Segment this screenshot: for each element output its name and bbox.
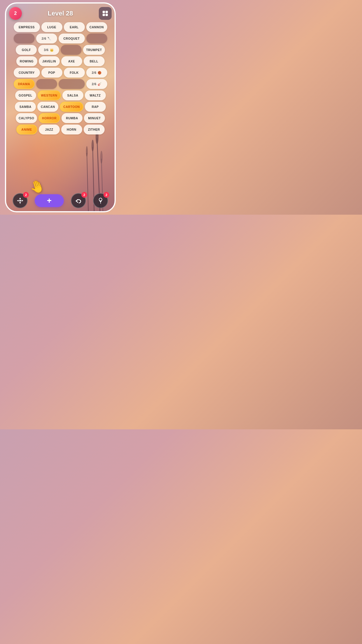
chip-jazz[interactable]: JAZZ [39, 125, 60, 134]
chip-counter-guitar[interactable]: 2/6 🎸 [86, 79, 107, 89]
move-icon [16, 197, 24, 204]
word-row-3: ROWING JAVELIN AXE BELL [9, 56, 112, 66]
add-button[interactable]: + [35, 194, 64, 207]
svg-marker-13 [19, 202, 21, 204]
chip-dark-2 [86, 34, 107, 43]
svg-rect-9 [106, 11, 108, 13]
chip-counter-crown[interactable]: 3/6 👑 [38, 45, 59, 55]
chip-dark-3 [61, 45, 82, 55]
chip-country[interactable]: COUNTRY [14, 68, 40, 78]
word-row-0: EMPRESS LUGE EARL CANNON [9, 22, 112, 32]
undo-badge: 2 [81, 192, 87, 198]
chip-counter-knife[interactable]: 2/6 🔪 [36, 34, 57, 43]
phone-frame: 2 Level 28 EMPRESS LUGE EARL [5, 2, 116, 212]
hint-badge: 2 [103, 192, 109, 198]
chip-horn[interactable]: HORN [61, 125, 82, 134]
word-grid: EMPRESS LUGE EARL CANNON 2/6 🔪 CROQUET [9, 22, 112, 191]
chip-luge[interactable]: LUGE [41, 22, 62, 32]
chip-trumpet[interactable]: TRUMPET [83, 45, 105, 55]
hint-icon [97, 197, 104, 204]
word-row-6: GOSPEL WESTERN SALSA WALTZ [9, 90, 112, 100]
bottom-bar: 2 + 2 2 [9, 193, 112, 208]
chip-salsa[interactable]: SALSA [62, 90, 83, 100]
svg-rect-11 [106, 14, 108, 16]
chip-calypso[interactable]: CALYPSO [16, 113, 37, 123]
svg-point-19 [100, 203, 101, 204]
chip-empress[interactable]: EMPRESS [14, 22, 40, 32]
undo-button[interactable]: 2 [71, 193, 86, 208]
chip-dark-4 [36, 79, 57, 89]
word-row-2: GOLF 3/6 👑 TRUMPET [9, 45, 112, 55]
word-row-5: DRAMA 2/6 🎸 [9, 79, 112, 89]
svg-point-16 [19, 200, 21, 202]
chip-golf[interactable]: GOLF [16, 45, 37, 55]
chip-cannon[interactable]: CANNON [86, 22, 107, 32]
undo-icon [75, 197, 82, 204]
chip-rap[interactable]: RAP [85, 102, 106, 112]
chip-drama[interactable]: DRAMA [14, 79, 35, 89]
chip-waltz[interactable]: WALTZ [85, 90, 106, 100]
word-row-4: COUNTRY POP FOLK 2/6 🏀 [9, 68, 112, 78]
chip-minuet[interactable]: MINUET [84, 113, 105, 123]
word-row-9: ANIME JAZZ HORN ZITHER [9, 125, 112, 134]
chip-folk[interactable]: FOLK [64, 68, 85, 78]
chip-horror[interactable]: HORROR [38, 113, 60, 123]
chip-anime[interactable]: ANIME [16, 125, 37, 134]
svg-rect-10 [103, 14, 105, 16]
word-row-7: SAMBA CANCAN CARTOON RAP [9, 102, 112, 112]
header: 2 Level 28 [9, 7, 112, 20]
chip-counter-basketball[interactable]: 2/6 🏀 [86, 68, 107, 78]
chip-zither[interactable]: ZITHER [84, 125, 105, 134]
chip-gospel[interactable]: GOSPEL [15, 90, 36, 100]
chip-cancan[interactable]: CANCAN [37, 102, 58, 112]
word-row-8: CALYPSO HORROR RUMBA MINUET [9, 113, 112, 123]
lives-count: 2 [14, 11, 17, 16]
chip-western[interactable]: WESTERN [38, 90, 61, 100]
move-button[interactable]: 2 [13, 193, 28, 208]
chip-cartoon[interactable]: CARTOON [60, 102, 83, 112]
lives-badge: 2 [9, 7, 22, 20]
svg-marker-15 [22, 200, 23, 202]
svg-marker-12 [19, 197, 21, 199]
svg-marker-14 [17, 200, 19, 202]
hint-button[interactable]: 2 [93, 193, 108, 208]
chip-rowing[interactable]: ROWING [16, 56, 37, 66]
chip-samba[interactable]: SAMBA [15, 102, 36, 112]
chip-earl[interactable]: EARL [64, 22, 85, 32]
grid-icon [102, 10, 108, 17]
word-row-1: 2/6 🔪 CROQUET [9, 34, 112, 43]
grid-button[interactable] [99, 7, 112, 20]
level-title: Level 28 [48, 10, 73, 17]
move-badge: 2 [23, 192, 29, 198]
chip-rumba[interactable]: RUMBA [61, 113, 82, 123]
chip-dark-1 [14, 34, 35, 43]
chip-bell[interactable]: BELL [84, 56, 105, 66]
chip-pop[interactable]: POP [41, 68, 62, 78]
chip-javelin[interactable]: JAVELIN [39, 56, 60, 66]
add-icon: + [47, 196, 52, 205]
svg-rect-8 [103, 11, 105, 13]
chip-croquet[interactable]: CROQUET [59, 34, 85, 43]
chip-axe[interactable]: AXE [61, 56, 82, 66]
chip-dark-5 [59, 79, 85, 89]
